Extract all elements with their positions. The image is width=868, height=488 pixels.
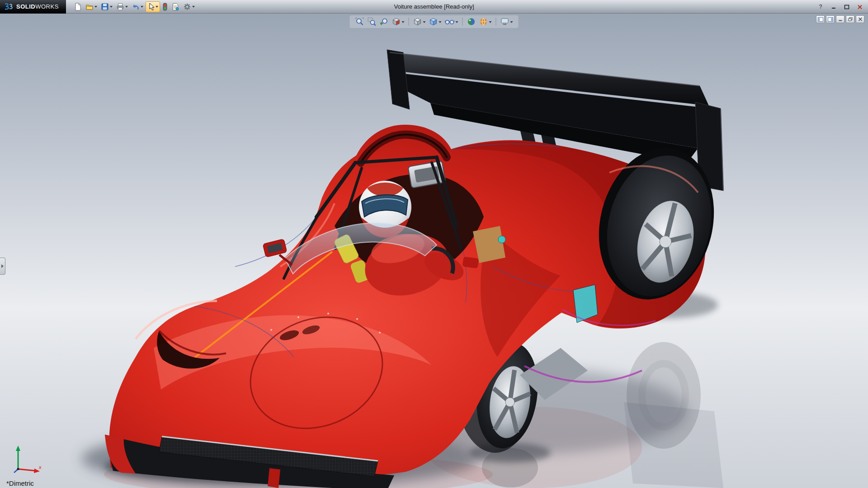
hide-show-glasses-icon [445, 17, 455, 26]
options-gear-icon [183, 3, 191, 11]
select-button[interactable] [146, 1, 160, 12]
display-style-icon [429, 17, 438, 26]
heads-up-view-toolbar [350, 15, 519, 28]
right-mirror [462, 257, 479, 269]
zoom-to-area-button[interactable] [367, 16, 377, 27]
dropdown-arrow-icon[interactable] [125, 6, 128, 9]
undo-button[interactable] [130, 1, 145, 12]
maximize-button[interactable] [841, 3, 852, 11]
section-view-icon [392, 17, 401, 26]
toolbar-separator [409, 18, 409, 26]
options-button[interactable] [182, 1, 196, 12]
model-viewport[interactable] [0, 14, 868, 488]
maximize-icon [844, 5, 849, 9]
brand-logo-icon [4, 3, 14, 11]
dropdown-arrow-icon[interactable] [489, 21, 492, 24]
dropdown-arrow-icon[interactable] [192, 6, 195, 9]
toolbar-separator [496, 18, 496, 26]
window-controls: ? [815, 0, 865, 14]
show-display-pane-button[interactable] [826, 15, 835, 23]
toolbar-separator [462, 18, 463, 26]
edit-appearance-button[interactable] [466, 16, 477, 27]
display-pane-icon [828, 17, 833, 22]
minimize-icon [838, 17, 843, 21]
dropdown-arrow-icon[interactable] [94, 6, 97, 9]
print-icon [116, 3, 124, 11]
app-logo: SOLIDWORKS [0, 0, 66, 14]
new-document-button[interactable] [72, 1, 83, 12]
file-properties-icon [171, 3, 179, 11]
restore-document-button[interactable] [846, 15, 854, 23]
undo-arrow-icon [132, 3, 140, 11]
edit-appearance-sphere-icon [467, 17, 476, 26]
open-folder-icon [85, 3, 94, 11]
previous-view-icon [380, 17, 389, 26]
document-window-controls [816, 15, 864, 23]
rebuild-traffic-icon [162, 3, 168, 11]
file-properties-button[interactable] [170, 1, 181, 12]
window-title: Voiture assemblee [Read-only] [394, 0, 474, 14]
save-button[interactable] [99, 1, 114, 12]
minimize-icon [831, 5, 836, 9]
close-button[interactable] [854, 3, 865, 11]
close-icon [857, 5, 863, 9]
title-bar: SOLIDWORKS [0, 0, 868, 14]
section-view-button[interactable] [391, 16, 406, 27]
dropdown-arrow-icon[interactable] [141, 6, 143, 9]
view-settings-button[interactable] [500, 16, 514, 27]
previous-view-button[interactable] [379, 16, 390, 27]
show-feature-pane-button[interactable] [816, 15, 825, 23]
hide-show-items-button[interactable] [444, 16, 459, 27]
panel-expand-tab[interactable] [0, 258, 5, 275]
teal-detail [498, 236, 505, 243]
main-toolbar [72, 1, 196, 12]
dropdown-arrow-icon[interactable] [439, 21, 442, 24]
zoom-to-area-icon [368, 17, 377, 26]
dropdown-arrow-icon[interactable] [456, 21, 458, 24]
triad-x-label: x [39, 465, 42, 470]
zoom-to-fit-icon [355, 17, 364, 26]
save-icon [101, 3, 109, 11]
dropdown-arrow-icon[interactable] [156, 6, 158, 9]
feature-pane-icon [818, 17, 823, 22]
help-button[interactable]: ? [815, 3, 826, 11]
dropdown-arrow-icon[interactable] [510, 21, 513, 24]
dropdown-arrow-icon[interactable] [110, 6, 113, 9]
graphics-area[interactable]: x *Dimetric [0, 14, 868, 488]
display-style-button[interactable] [428, 16, 443, 27]
zoom-to-fit-button[interactable] [354, 16, 365, 27]
open-button[interactable] [84, 1, 99, 12]
apply-scene-icon [479, 17, 488, 26]
print-button[interactable] [115, 1, 129, 12]
view-orientation-label: *Dimetric [6, 479, 34, 487]
close-icon [858, 17, 863, 21]
new-document-icon [74, 3, 82, 11]
apply-scene-button[interactable] [478, 16, 493, 27]
select-cursor-icon [147, 3, 155, 11]
view-settings-icon [500, 17, 509, 26]
chevron-left-icon [1, 264, 5, 268]
dropdown-arrow-icon[interactable] [402, 21, 405, 24]
dropdown-arrow-icon[interactable] [423, 21, 426, 24]
restore-icon [848, 17, 853, 21]
minimize-document-button[interactable] [836, 15, 844, 23]
view-orientation-cube-icon [413, 17, 422, 26]
close-document-button[interactable] [856, 15, 864, 23]
rebuild-button[interactable] [161, 1, 169, 12]
brand-name: SOLIDWORKS [16, 3, 59, 10]
minimize-button[interactable] [828, 3, 839, 11]
view-orientation-button[interactable] [412, 16, 427, 27]
orientation-triad [12, 443, 52, 474]
